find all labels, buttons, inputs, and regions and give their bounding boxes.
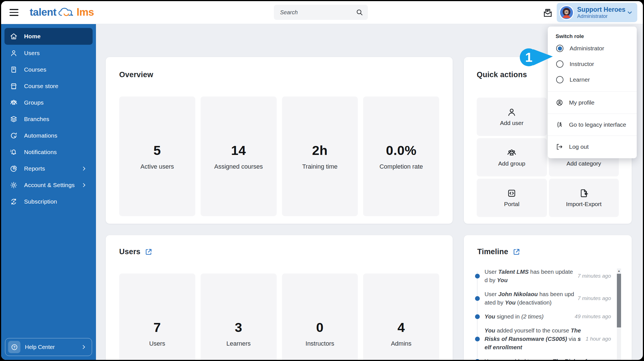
stat-value: 0.0% [386, 143, 417, 158]
course-store-icon [10, 82, 18, 90]
topbar: talent lms [1, 1, 643, 24]
sidebar-item-label: Groups [24, 99, 44, 106]
chevron-right-icon [81, 182, 87, 188]
stat-label: Training time [302, 163, 337, 170]
menu-item-label: Log out [569, 143, 589, 150]
users-title: Users [119, 247, 140, 256]
help-center-button[interactable]: ? Help Center [5, 338, 92, 356]
stat-label: Instructors [305, 340, 334, 347]
sidebar-item-home[interactable]: Home [4, 28, 93, 45]
menu-item-log-out[interactable]: Log out [548, 136, 637, 158]
stat-value: 0 [316, 320, 324, 335]
timeline-dot [475, 274, 480, 279]
stat-value: 4 [398, 320, 405, 335]
timeline-scrollbar[interactable]: ▲ [617, 268, 621, 360]
stat-value: 7 [154, 320, 161, 335]
profile-meta: Support Heroes Administrator [577, 6, 626, 19]
quick-action-add-user[interactable]: Add user [477, 98, 547, 136]
menu-item-label: My profile [569, 99, 594, 106]
sidebar-item-groups[interactable]: Groups [1, 94, 96, 111]
role-option-instructor[interactable]: Instructor [548, 56, 637, 72]
quick-action-portal[interactable]: Portal [477, 179, 547, 217]
sidebar-item-account-settings[interactable]: Account & Settings [1, 177, 96, 193]
sidebar-item-users[interactable]: Users [1, 45, 96, 61]
timeline-entry: You added yourself to the course TheRisk… [475, 326, 611, 351]
sidebar-item-notifications[interactable]: Notifications [1, 144, 96, 160]
avatar [559, 5, 574, 20]
stat-tile-training-time: 2hTraining time [282, 96, 358, 216]
courses-icon [10, 65, 18, 74]
timeline-entry-time: 49 minutes ago [575, 313, 611, 320]
timeline-dot [475, 296, 480, 301]
search-icon[interactable] [356, 8, 363, 16]
messages-inbox-icon[interactable] [542, 7, 554, 19]
stat-tile-users: 7Users [119, 273, 195, 360]
profile-name: Support Heroes [577, 6, 626, 13]
reports-icon [10, 164, 18, 173]
logo-text-talent: talent [30, 6, 57, 18]
profile-menu-button[interactable]: Support Heroes Administrator [557, 3, 637, 22]
sidebar-item-label: Course store [24, 83, 58, 89]
quick-action-import-export[interactable]: Import-Export [549, 179, 619, 217]
search-box [274, 5, 368, 20]
radio-unselected-icon[interactable] [556, 60, 563, 68]
timeline-entry: User John Nikolaou has been updated by Y… [475, 290, 611, 307]
stat-label: Assigned courses [214, 163, 263, 170]
timeline-card: Timeline User Talent LMS has been update… [464, 235, 632, 360]
sidebar-item-courses[interactable]: Courses [1, 61, 96, 78]
sidebar-item-branches[interactable]: Branches [1, 111, 96, 127]
radio-unselected-icon[interactable] [556, 76, 563, 83]
sidebar-item-course-store[interactable]: Course store [1, 78, 96, 94]
chevron-right-icon [81, 344, 87, 350]
svg-text:$: $ [13, 200, 15, 203]
sidebar-item-label: Notifications [24, 149, 57, 155]
sidebar-item-subscription[interactable]: $Subscription [1, 193, 96, 210]
quick-action-label: Add group [498, 160, 525, 167]
external-link-icon[interactable] [144, 248, 153, 256]
sidebar-item-automations[interactable]: Automations [1, 127, 96, 144]
help-center-label: Help Center [25, 344, 55, 350]
automations-icon [10, 131, 18, 140]
menu-item-go-to-legacy-interface[interactable]: Go to legacy interface [548, 114, 637, 136]
timeline-entry-time: 1 hour ago [586, 336, 611, 342]
logo-text-lms: lms [77, 6, 94, 18]
scrollbar-up-arrow[interactable]: ▲ [617, 268, 621, 273]
chevron-down-icon [626, 9, 633, 16]
search-input[interactable] [279, 9, 356, 16]
radio-selected-icon[interactable] [556, 45, 563, 52]
stat-label: Learners [226, 340, 251, 347]
stat-tile-completion-rate: 0.0%Completion rate [363, 96, 439, 216]
role-option-administrator[interactable]: Administrator [548, 41, 637, 56]
profile-role: Administrator [577, 13, 626, 19]
stat-tile-admins: 4Admins [363, 273, 439, 360]
stat-label: Completion rate [379, 163, 423, 170]
help-icon: ? [8, 341, 20, 353]
quick-action-add-group[interactable]: Add group [477, 138, 547, 176]
users-icon [10, 49, 18, 57]
switch-role-header: Switch role [548, 27, 637, 41]
portal-icon [507, 188, 517, 198]
timeline-dot [475, 337, 480, 341]
sidebar-item-reports[interactable]: Reports [1, 160, 96, 177]
role-option-learner[interactable]: Learner [548, 72, 637, 88]
timeline-entry-text: You added yourself to the course TheRisk… [485, 326, 578, 351]
overview-card: Overview 5Active users14Assigned courses… [106, 57, 453, 224]
talentlms-logo: talent lms [30, 6, 94, 19]
stat-tile-instructors: 0Instructors [282, 273, 358, 360]
menu-item-my-profile[interactable]: My profile [548, 91, 637, 114]
timeline-entry: You signed in (2 times)49 minutes ago [475, 312, 611, 321]
role-switch-menu: Switch role AdministratorInstructorLearn… [548, 27, 637, 158]
scrollbar-thumb[interactable] [617, 274, 621, 327]
stat-tile-learners: 3Learners [201, 273, 277, 360]
sidebar-item-label: Account & Settings [24, 182, 75, 188]
hamburger-menu-button[interactable] [10, 9, 18, 16]
stat-label: Users [149, 340, 165, 347]
quick-action-label: Import-Export [566, 201, 601, 207]
timeline-entry-time: 7 minutes ago [578, 273, 611, 279]
timeline-entry-time: 7 minutes ago [578, 295, 611, 301]
timeline-dot [475, 359, 480, 360]
legacy-interface-icon [556, 121, 563, 129]
sidebar-item-label: Branches [24, 116, 49, 122]
external-link-icon[interactable] [512, 248, 521, 256]
add-user-icon [507, 107, 517, 117]
